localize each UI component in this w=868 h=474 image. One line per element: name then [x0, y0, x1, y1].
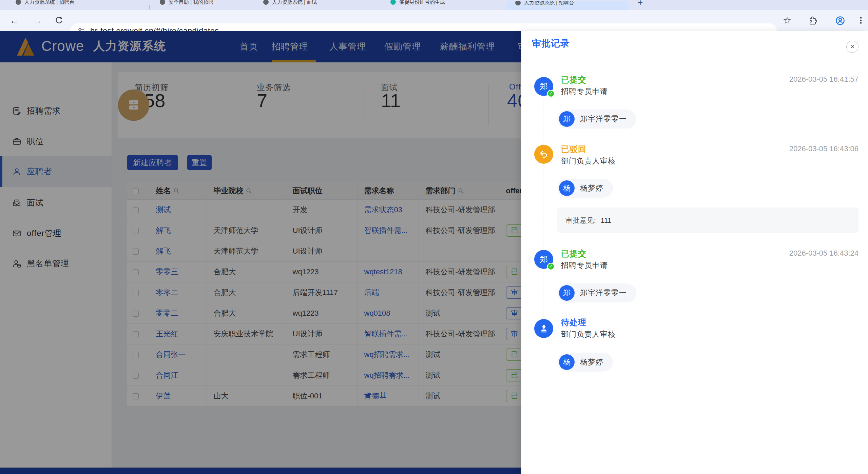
- tab-favicon: [263, 0, 269, 5]
- approver-name: 郑宇洋零零一: [580, 288, 627, 298]
- page-viewport: Crowe 人力资源系统 首页 招聘管理 人事管理 假勤管理 薪酬福利管理 审批…: [0, 31, 868, 474]
- timeline-status: 已提交: [561, 74, 586, 85]
- approver-pill: 杨 杨梦婷: [557, 179, 613, 198]
- new-tab-button[interactable]: +: [638, 0, 643, 8]
- close-icon[interactable]: ×: [846, 41, 859, 53]
- tab-title: 人力资源系统 | 招聘台: [524, 1, 574, 6]
- timeline-timestamp: 2026-03-05 16:41:57: [789, 75, 859, 84]
- return-arrow-icon: [539, 150, 548, 159]
- comment-label: 审批意见:: [565, 216, 596, 224]
- timeline-status: 已驳回: [561, 144, 586, 155]
- timeline-timestamp: 2026-03-05 16:43:06: [789, 144, 859, 153]
- browser-tab[interactable]: 人力资源系统 | 招聘台: [7, 0, 148, 10]
- approver-name: 郑宇洋零零一: [580, 114, 627, 124]
- browser-tab[interactable]: 安全自助 | 我的招聘: [151, 0, 251, 10]
- toolbar-divider: [829, 22, 829, 31]
- tab-title: 人力资源系统 | 面试: [272, 0, 317, 5]
- timeline-stage: 部门负责人审核: [561, 329, 616, 339]
- menu-kebab-icon[interactable]: [856, 16, 866, 26]
- timeline-avatar-submitted: 郑 ✓: [534, 250, 553, 269]
- stamp-icon: [539, 324, 548, 333]
- browser-tab-strip: 人力资源系统 | 招聘台 安全自助 | 我的招聘 人力资源系统 | 面试 催促身…: [0, 0, 868, 10]
- drawer-title: 审批记录: [532, 37, 570, 50]
- tab-favicon: [390, 0, 396, 5]
- approver-pill: 郑 郑宇洋零零一: [557, 110, 636, 129]
- avatar: 杨: [559, 180, 575, 196]
- approver-name: 杨梦婷: [580, 357, 603, 367]
- tab-title: 安全自助 | 我的招聘: [169, 0, 213, 5]
- approval-records-drawer: 审批记录 × 郑 ✓ 已提交 招聘专员申请 2026-03-05 16:41:5…: [521, 31, 868, 474]
- browser-tab[interactable]: 人力资源系统 | 面试: [254, 0, 379, 10]
- bookmark-star-icon[interactable]: ☆: [783, 15, 791, 26]
- tab-favicon: [16, 0, 21, 5]
- back-button[interactable]: ←: [9, 16, 19, 26]
- forward-button[interactable]: →: [33, 16, 42, 26]
- tab-favicon: [515, 1, 521, 5]
- tab-title: 催促身份证号的生成: [399, 0, 445, 5]
- approver-pill: 杨 杨梦婷: [557, 353, 613, 372]
- approver-pill: 郑 郑宇洋零零一: [557, 283, 636, 302]
- check-badge-icon: ✓: [547, 90, 555, 97]
- timeline-avatar-submitted: 郑 ✓: [534, 77, 553, 96]
- comment-value: 111: [601, 216, 612, 224]
- timeline-avatar-pending: [534, 319, 553, 338]
- avatar: 郑: [559, 285, 575, 301]
- timeline-stage: 招聘专员申请: [561, 86, 608, 97]
- check-badge-icon: ✓: [547, 263, 555, 270]
- timeline-stage: 部门负责人审核: [561, 156, 616, 166]
- avatar: 杨: [559, 354, 575, 370]
- profile-icon[interactable]: [835, 16, 845, 27]
- browser-tab[interactable]: 催促身份证号的生成: [382, 0, 504, 10]
- approver-name: 杨梦婷: [580, 183, 603, 193]
- browser-toolbar: ← → hr-test.croweit.cn/#/hire/candidates…: [0, 10, 868, 31]
- avatar: 郑: [559, 111, 575, 127]
- timeline-connector: [543, 97, 543, 320]
- drawer-divider: [521, 63, 868, 63]
- browser-tab-active[interactable]: 人力资源系统 | 招聘台: [506, 1, 629, 10]
- timeline-avatar-rejected: [534, 145, 553, 164]
- extensions-icon[interactable]: [808, 16, 817, 27]
- reload-button[interactable]: [54, 16, 64, 27]
- approval-comment-box: 审批意见:111: [557, 208, 859, 233]
- timeline-timestamp: 2026-03-05 16:43:24: [789, 249, 859, 258]
- tab-title: 人力资源系统 | 招聘台: [24, 0, 74, 5]
- timeline-status: 已提交: [561, 248, 586, 259]
- timeline-status: 待处理: [561, 317, 586, 328]
- timeline-stage: 招聘专员申请: [561, 260, 608, 271]
- tab-favicon: [160, 0, 165, 5]
